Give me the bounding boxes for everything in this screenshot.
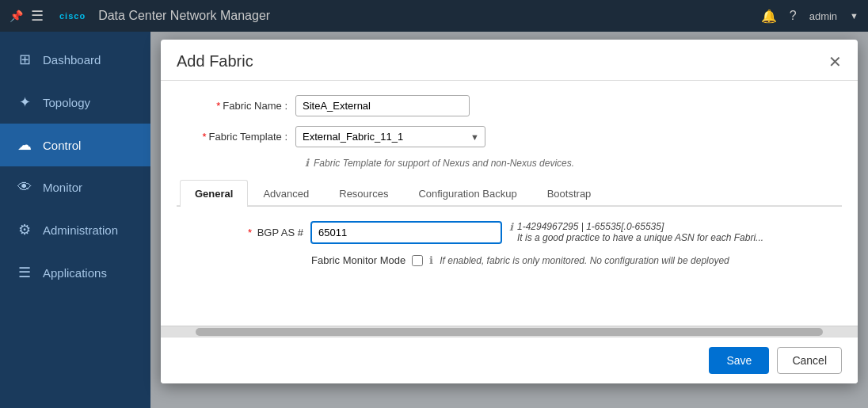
sidebar-item-dashboard[interactable]: ⊞ Dashboard <box>0 38 150 81</box>
sidebar-item-topology[interactable]: ✦ Topology <box>0 81 150 124</box>
bgp-hint-icon: ℹ <box>509 221 513 233</box>
add-fabric-modal: Add Fabric ✕ *Fabric Name : <box>161 40 858 383</box>
applications-icon: ☰ <box>16 264 33 281</box>
sidebar-label-administration: Administration <box>43 223 118 237</box>
fabric-template-select-wrapper: External_Fabric_11_1 ▼ <box>295 126 485 147</box>
required-star: * <box>216 100 220 112</box>
tab-resources[interactable]: Resources <box>324 180 403 207</box>
bgp-hint-text2: It is a good practice to have a unique A… <box>517 232 763 243</box>
main-layout: ⊞ Dashboard ✦ Topology ☁ Control 👁 Monit… <box>0 32 868 408</box>
tab-advanced[interactable]: Advanced <box>248 180 324 207</box>
fabric-template-info-row: ℹ Fabric Template for support of Nexus a… <box>177 157 842 169</box>
tab-content-general: * BGP AS # ℹ 1-4294967295 | 1-65535[.0-6… <box>177 207 842 326</box>
required-star-bgp: * <box>248 227 252 238</box>
fabric-template-label: *Fabric Template : <box>177 131 295 143</box>
sidebar-item-monitor[interactable]: 👁 Monitor <box>0 166 150 208</box>
fabric-template-row: *Fabric Template : External_Fabric_11_1 … <box>177 126 842 147</box>
hamburger-icon[interactable]: ☰ <box>31 7 44 25</box>
bell-icon[interactable]: 🔔 <box>761 9 777 24</box>
user-label[interactable]: admin <box>809 10 837 22</box>
scrollbar-thumb[interactable] <box>196 328 823 336</box>
fabric-template-select[interactable]: External_Fabric_11_1 <box>295 126 485 147</box>
monitor-icon: 👁 <box>16 179 33 196</box>
sidebar-item-applications[interactable]: ☰ Applications <box>0 251 150 294</box>
fabric-name-input[interactable] <box>295 95 470 116</box>
bgp-as-input[interactable] <box>311 222 501 243</box>
tabs-bar: General Advanced Resources Configuration… <box>177 180 842 207</box>
user-chevron-icon[interactable]: ▼ <box>850 11 858 21</box>
tab-configuration-backup[interactable]: Configuration Backup <box>403 180 531 207</box>
content-area: Add Fabric ✕ *Fabric Name : <box>150 32 868 408</box>
cisco-logo: cisco <box>59 11 86 21</box>
control-icon: ☁ <box>16 136 33 154</box>
bgp-as-hint: ℹ 1-4294967295 | 1-65535[.0-65535] It is… <box>509 221 763 243</box>
bgp-as-row: * BGP AS # ℹ 1-4294967295 | 1-65535[.0-6… <box>192 221 826 243</box>
info-icon: ℹ <box>305 157 309 169</box>
sidebar-item-control[interactable]: ☁ Control <box>0 124 150 166</box>
help-icon[interactable]: ? <box>790 9 797 23</box>
sidebar-item-administration[interactable]: ⚙ Administration <box>0 208 150 251</box>
modal-overlay: Add Fabric ✕ *Fabric Name : <box>150 32 868 408</box>
sidebar: ⊞ Dashboard ✦ Topology ☁ Control 👁 Monit… <box>0 32 150 408</box>
tab-bootstrap[interactable]: Bootstrap <box>532 180 607 207</box>
fabric-name-row: *Fabric Name : <box>177 95 842 116</box>
fabric-name-label: *Fabric Name : <box>177 100 295 112</box>
fabric-monitor-label: Fabric Monitor Mode <box>311 254 405 266</box>
fabric-template-info-text: Fabric Template for support of Nexus and… <box>314 158 574 169</box>
app-title: Data Center Network Manager <box>98 9 270 23</box>
bgp-hint-text: 1-4294967295 | 1-65535[.0-65535] <box>517 221 664 232</box>
fabric-monitor-checkbox[interactable] <box>412 255 423 266</box>
administration-icon: ⚙ <box>16 221 33 238</box>
topbar: 📌 ☰ cisco Data Center Network Manager 🔔 … <box>0 0 868 32</box>
modal-footer: Save Cancel <box>161 337 858 383</box>
horizontal-scrollbar[interactable] <box>161 326 858 337</box>
modal-close-button[interactable]: ✕ <box>828 54 842 70</box>
dashboard-icon: ⊞ <box>16 51 33 68</box>
topology-icon: ✦ <box>16 93 33 111</box>
topbar-right: 🔔 ? admin ▼ <box>761 9 858 24</box>
fabric-monitor-hint-icon: ℹ <box>429 254 433 266</box>
save-button[interactable]: Save <box>709 347 769 374</box>
sidebar-label-applications: Applications <box>43 266 107 280</box>
tab-general[interactable]: General <box>180 180 248 207</box>
modal-title: Add Fabric <box>177 52 253 71</box>
pin-icon[interactable]: 📌 <box>10 10 23 22</box>
sidebar-label-dashboard: Dashboard <box>43 53 101 67</box>
modal-header: Add Fabric ✕ <box>161 40 858 81</box>
sidebar-label-control: Control <box>43 139 81 152</box>
required-star-2: * <box>202 131 206 143</box>
modal-body: *Fabric Name : *Fabric Template : Extern… <box>161 81 858 326</box>
sidebar-label-topology: Topology <box>43 96 90 109</box>
bgp-as-label: * BGP AS # <box>192 227 303 238</box>
fabric-monitor-hint: If enabled, fabric is only monitored. No… <box>440 255 729 266</box>
fabric-monitor-row: Fabric Monitor Mode ℹ If enabled, fabric… <box>192 254 826 266</box>
sidebar-label-monitor: Monitor <box>43 181 82 194</box>
cancel-button[interactable]: Cancel <box>777 347 842 374</box>
